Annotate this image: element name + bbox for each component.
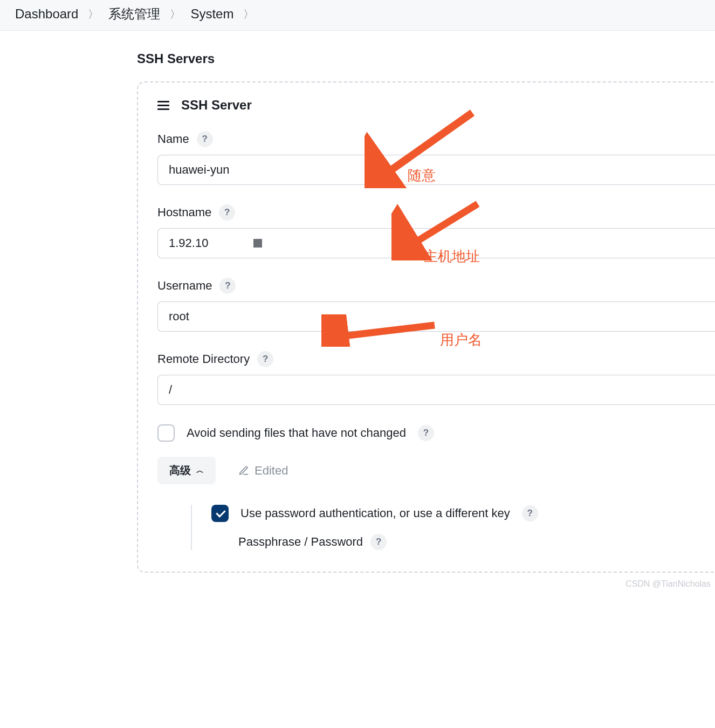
breadcrumb: Dashboard 〉 系统管理 〉 System 〉: [0, 0, 715, 31]
avoid-unchanged-checkbox[interactable]: [157, 424, 175, 442]
passphrase-label: Passphrase / Password: [238, 535, 363, 549]
help-icon[interactable]: ?: [219, 204, 235, 221]
breadcrumb-system-mgmt[interactable]: 系统管理: [108, 5, 160, 23]
chevron-right-icon: 〉: [243, 7, 254, 22]
redaction-mask: [253, 239, 262, 248]
advanced-label: 高级: [169, 463, 191, 478]
name-label: Name: [157, 132, 189, 146]
username-label: Username: [157, 279, 212, 293]
help-icon[interactable]: ?: [522, 505, 538, 521]
advanced-section: Use password authentication, or use a di…: [191, 505, 715, 550]
chevron-right-icon: 〉: [170, 7, 181, 22]
remote-directory-input[interactable]: [157, 375, 715, 405]
help-icon[interactable]: ?: [257, 351, 273, 367]
name-input[interactable]: [157, 155, 715, 185]
chevron-right-icon: 〉: [88, 7, 99, 22]
breadcrumb-system[interactable]: System: [190, 6, 233, 22]
avoid-unchanged-label: Avoid sending files that have not change…: [187, 426, 406, 440]
ssh-server-config: SSH Server Name ? Hostname ? Username ? …: [137, 81, 715, 573]
use-password-label: Use password authentication, or use a di…: [240, 506, 510, 520]
pencil-icon: [238, 465, 249, 476]
help-icon[interactable]: ?: [418, 425, 434, 441]
help-icon[interactable]: ?: [197, 131, 213, 147]
hostname-label: Hostname: [157, 205, 211, 219]
advanced-toggle-button[interactable]: 高级 ︿: [157, 457, 216, 484]
use-password-checkbox[interactable]: [211, 505, 229, 522]
breadcrumb-dashboard[interactable]: Dashboard: [15, 6, 78, 22]
username-input[interactable]: [157, 301, 715, 332]
help-icon[interactable]: ?: [370, 534, 387, 550]
chevron-up-icon: ︿: [196, 466, 204, 476]
edited-indicator: Edited: [238, 464, 288, 478]
hostname-input[interactable]: [157, 228, 715, 258]
remote-directory-label: Remote Directory: [157, 352, 250, 366]
page-title: SSH Servers: [137, 51, 715, 66]
drag-handle-icon[interactable]: [157, 101, 169, 110]
annotation-username: 用户名: [440, 331, 482, 349]
section-title: SSH Server: [181, 98, 252, 113]
help-icon[interactable]: ?: [219, 278, 236, 294]
